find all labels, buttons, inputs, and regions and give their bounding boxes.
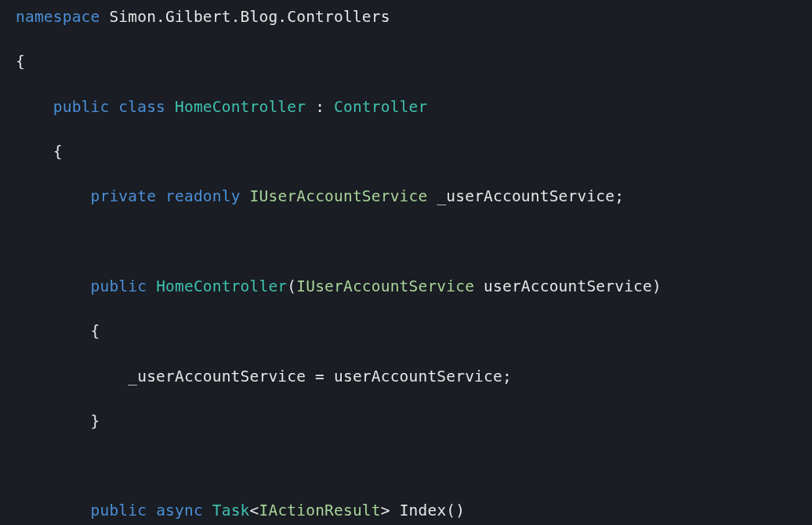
method-name: Index: [400, 501, 447, 520]
interface-type: IUserAccountService: [250, 187, 428, 205]
keyword-public: public: [91, 277, 147, 295]
angle-close: >: [381, 501, 390, 520]
brace: {: [91, 322, 100, 340]
brace: }: [91, 412, 100, 430]
equals: =: [315, 368, 324, 386]
code-line: {: [0, 51, 812, 74]
paren: (: [287, 277, 296, 295]
keyword-class: class: [118, 98, 165, 116]
code-block: namespace Simon.Gilbert.Blog.Controllers…: [0, 6, 812, 525]
keyword-namespace: namespace: [16, 8, 100, 26]
paren: ): [652, 277, 662, 295]
code-line: public class HomeController : Controller: [0, 96, 812, 119]
code-line: namespace Simon.Gilbert.Blog.Controllers: [0, 6, 812, 29]
semicolon: ;: [502, 368, 512, 386]
namespace-name: Simon.Gilbert.Blog.Controllers: [109, 8, 390, 26]
colon: :: [315, 98, 324, 116]
keyword-private: private: [91, 187, 157, 205]
class-name: HomeController: [175, 98, 306, 116]
code-line: [0, 231, 812, 254]
param-name: userAccountService: [484, 277, 652, 295]
angle-open: <: [250, 501, 259, 520]
code-line: {: [0, 320, 812, 343]
code-line: _userAccountService = userAccountService…: [0, 366, 812, 389]
assign-right: userAccountService: [334, 368, 502, 386]
code-line: private readonly IUserAccountService _us…: [0, 186, 812, 208]
param-type: IUserAccountService: [296, 277, 474, 295]
semicolon: ;: [614, 187, 624, 205]
base-class: Controller: [334, 98, 427, 116]
code-line: public HomeController(IUserAccountServic…: [0, 276, 812, 299]
field-name: _userAccountService: [437, 187, 614, 205]
keyword-public: public: [91, 501, 147, 520]
assign-left: _userAccountService: [128, 368, 306, 386]
code-line: public async Task<IActionResult> Index(): [0, 500, 812, 523]
code-line: }: [0, 411, 812, 433]
iactionresult-type: IActionResult: [259, 501, 381, 520]
code-line: [0, 455, 812, 478]
keyword-readonly: readonly: [165, 187, 241, 205]
code-line: {: [0, 141, 812, 164]
brace: {: [53, 143, 63, 161]
parens: (): [446, 501, 465, 520]
keyword-public: public: [53, 98, 110, 116]
task-type: Task: [212, 501, 250, 520]
keyword-async: async: [156, 501, 203, 520]
brace: {: [16, 52, 25, 71]
constructor-name: HomeController: [156, 277, 287, 295]
